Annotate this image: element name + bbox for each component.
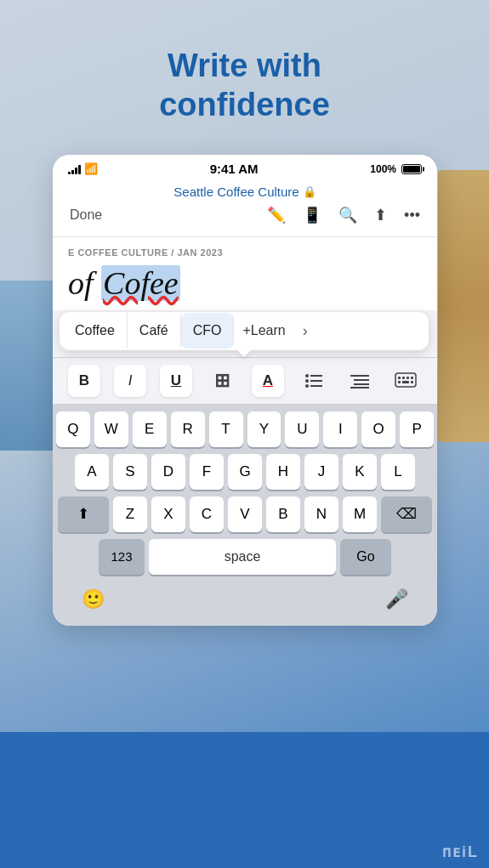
svg-rect-13 (407, 377, 409, 379)
keyboard: Q W E R T Y U I O P A S D F G H J K L ⬆ … (53, 405, 437, 626)
key-s[interactable]: S (113, 454, 147, 490)
done-button[interactable]: Done (70, 207, 102, 223)
delete-key[interactable]: ⌫ (381, 496, 432, 532)
key-l[interactable]: L (381, 454, 415, 490)
key-t[interactable]: T (209, 411, 243, 447)
bg-wood-decoration (438, 170, 489, 442)
key-e[interactable]: E (133, 411, 167, 447)
svg-rect-6 (350, 375, 369, 377)
key-m[interactable]: M (343, 496, 377, 532)
key-row-4: 123 space Go (56, 539, 434, 575)
svg-point-4 (305, 379, 309, 383)
key-row-3: ⬆ Z X C V B N M ⌫ (56, 496, 434, 532)
status-right: 100% (370, 163, 422, 175)
autocorrect-popup: Coffee Café CFO +Learn › (60, 312, 429, 350)
bottom-bar: 🙂 🎤 (56, 582, 434, 626)
key-x[interactable]: X (151, 496, 185, 532)
indent-button[interactable] (344, 365, 376, 397)
autocorrect-item-0[interactable]: Coffee (63, 313, 128, 349)
strikethrough-button[interactable]: ⊞ (206, 365, 238, 397)
space-key[interactable]: space (149, 539, 336, 575)
doc-content: E COFFEE CULTURE / JAN 2023 of Cofee (53, 237, 437, 310)
italic-button[interactable]: I (114, 365, 146, 397)
key-b[interactable]: B (266, 496, 300, 532)
phone-mockup: 📶 9:41 AM 100% Seattle Coffee Culture 🔒 … (53, 155, 437, 626)
doc-text[interactable]: of Cofee (68, 264, 422, 304)
key-w[interactable]: W (94, 411, 128, 447)
status-left: 📶 (68, 162, 98, 175)
key-a[interactable]: A (75, 454, 109, 490)
bold-button[interactable]: B (68, 365, 100, 397)
key-n[interactable]: N (304, 496, 338, 532)
status-bar: 📶 9:41 AM 100% (53, 155, 437, 179)
list-button[interactable] (298, 365, 330, 397)
key-c[interactable]: C (190, 496, 224, 532)
key-k[interactable]: K (343, 454, 377, 490)
svg-rect-17 (402, 381, 409, 383)
autocorrect-arrow[interactable]: › (294, 312, 316, 350)
key-h[interactable]: H (266, 454, 300, 490)
num-key[interactable]: 123 (99, 539, 145, 575)
emoji-button[interactable]: 🙂 (82, 588, 105, 610)
key-y[interactable]: Y (247, 411, 281, 447)
key-f[interactable]: F (190, 454, 224, 490)
more-icon[interactable]: ••• (404, 207, 420, 224)
headline-text: Write with confidence (0, 47, 489, 124)
autocorrect-item-1[interactable]: Café (128, 313, 181, 349)
key-o[interactable]: O (361, 411, 395, 447)
key-z[interactable]: Z (113, 496, 147, 532)
svg-rect-12 (402, 377, 405, 379)
go-key[interactable]: Go (340, 539, 391, 575)
bg-blue-decoration (0, 732, 489, 868)
key-j[interactable]: J (304, 454, 338, 490)
device-icon[interactable]: 📱 (303, 206, 321, 224)
svg-rect-10 (395, 373, 416, 387)
watermark: ᴨᴇiL (442, 842, 479, 861)
doc-breadcrumb: E COFFEE CULTURE / JAN 2023 (68, 247, 422, 258)
svg-rect-9 (350, 387, 369, 389)
autocorrect-more[interactable]: +Learn (234, 313, 293, 349)
search-icon[interactable]: 🔍 (338, 206, 357, 224)
svg-rect-0 (310, 375, 322, 377)
nav-bar: Seattle Coffee Culture 🔒 Done ✏️ 📱 🔍 ⬆ •… (53, 179, 437, 237)
svg-point-5 (305, 384, 309, 388)
lock-icon: 🔒 (303, 185, 316, 198)
underline-button[interactable]: U (160, 365, 192, 397)
svg-rect-14 (411, 377, 413, 379)
key-u[interactable]: U (285, 411, 319, 447)
doc-title: Seattle Coffee Culture 🔒 (53, 183, 437, 201)
svg-rect-11 (398, 377, 401, 379)
key-d[interactable]: D (151, 454, 185, 490)
key-v[interactable]: V (228, 496, 262, 532)
svg-rect-1 (310, 380, 322, 382)
signal-icon (68, 164, 81, 174)
format-bar: B I U ⊞ A (53, 357, 437, 405)
headline-container: Write with confidence (0, 47, 489, 124)
svg-point-3 (305, 374, 309, 377)
shift-key[interactable]: ⬆ (58, 496, 109, 532)
autocorrect-item-2[interactable]: CFO (181, 313, 235, 349)
battery-percent: 100% (370, 163, 396, 175)
mic-button[interactable]: 🎤 (385, 588, 408, 610)
share-icon[interactable]: ⬆ (374, 206, 387, 224)
wifi-icon: 📶 (84, 162, 98, 175)
toolbar-icons: ✏️ 📱 🔍 ⬆ ••• (267, 206, 420, 224)
toolbar: Done ✏️ 📱 🔍 ⬆ ••• (53, 201, 437, 230)
key-p[interactable]: P (400, 411, 434, 447)
key-g[interactable]: G (228, 454, 262, 490)
font-color-button[interactable]: A (252, 365, 284, 397)
status-time: 9:41 AM (210, 162, 259, 176)
key-r[interactable]: R (171, 411, 205, 447)
keyboard-button[interactable] (389, 365, 422, 397)
svg-rect-2 (310, 385, 322, 387)
pencil-icon[interactable]: ✏️ (267, 206, 286, 224)
key-row-1: Q W E R T Y U I O P (56, 411, 434, 447)
svg-rect-18 (411, 381, 413, 383)
battery-icon (401, 164, 422, 174)
key-q[interactable]: Q (56, 411, 90, 447)
key-i[interactable]: I (323, 411, 357, 447)
svg-rect-8 (354, 383, 369, 385)
svg-rect-15 (398, 381, 401, 383)
key-row-2: A S D F G H J K L (56, 454, 434, 490)
doc-text-selected[interactable]: Cofee (101, 265, 180, 301)
